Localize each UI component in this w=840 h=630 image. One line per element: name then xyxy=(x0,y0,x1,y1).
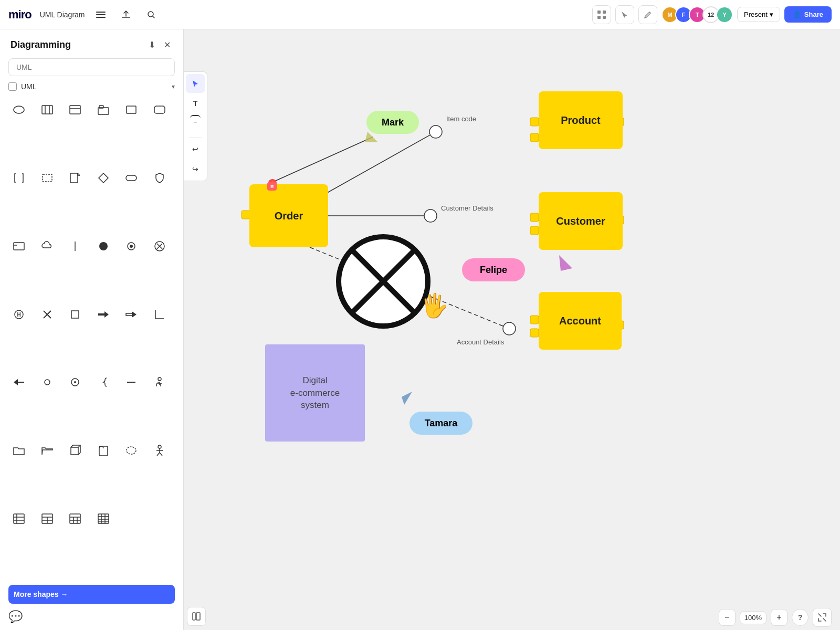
svg-rect-88 xyxy=(530,213,539,222)
product-node[interactable]: Product xyxy=(539,91,623,149)
shape-rect-lined[interactable] xyxy=(65,99,86,120)
shape-cloud[interactable] xyxy=(37,236,58,257)
shape-arrow-right[interactable] xyxy=(93,304,114,325)
shape-h-node[interactable]: H xyxy=(8,304,29,325)
shape-rect-outline[interactable] xyxy=(121,99,142,120)
select-tool-button[interactable] xyxy=(615,5,634,24)
shape-rect-3d[interactable] xyxy=(65,440,86,461)
pointer-tool[interactable] xyxy=(186,74,205,93)
canvas[interactable]: T ‾ ↩ ↪ Item code Customer Details Accou… xyxy=(184,29,840,630)
digital-ecommerce-sticky[interactable]: Digitale-commercesystem xyxy=(265,344,365,442)
svg-rect-0 xyxy=(96,12,106,13)
share-button[interactable]: 👤 Share xyxy=(784,6,832,23)
shape-list[interactable] xyxy=(8,508,29,529)
redo-button[interactable]: ↪ xyxy=(186,160,205,178)
uml-checkbox[interactable] xyxy=(8,82,17,91)
shape-dashed-rect[interactable] xyxy=(37,167,58,188)
close-sidebar-button[interactable]: ✕ xyxy=(162,38,173,52)
grid-view-button[interactable] xyxy=(592,5,611,24)
customer-node[interactable]: Customer xyxy=(539,192,623,250)
shape-note[interactable] xyxy=(65,167,86,188)
search-button[interactable] xyxy=(142,5,161,24)
zoom-in-button[interactable]: + xyxy=(771,609,788,626)
sidebar-header-icons: ⬇ ✕ xyxy=(146,38,173,52)
shape-tab[interactable] xyxy=(93,99,114,120)
shape-circle-outline[interactable] xyxy=(121,236,142,257)
svg-point-38 xyxy=(74,381,76,383)
felipe-label[interactable]: Felipe xyxy=(462,258,525,281)
download-button[interactable]: ⬇ xyxy=(146,38,158,52)
svg-line-51 xyxy=(157,453,160,456)
zoom-level-display[interactable]: 100% xyxy=(740,611,766,624)
panel-toggle-button[interactable] xyxy=(187,607,206,626)
mark-text: Mark xyxy=(382,117,404,128)
shape-small-circle[interactable] xyxy=(37,372,58,393)
topbar-right: M F T 12 Y Present ▾ 👤 Share xyxy=(592,5,832,24)
shape-stadium[interactable] xyxy=(121,167,142,188)
tamara-label[interactable]: Tamara xyxy=(410,412,472,435)
svg-rect-98 xyxy=(193,613,195,620)
svg-line-96 xyxy=(352,250,415,313)
zoom-out-button[interactable]: − xyxy=(719,609,736,626)
order-node[interactable]: Order 3 ≡ xyxy=(249,184,328,247)
svg-point-40 xyxy=(158,377,161,381)
shape-small-rect[interactable] xyxy=(65,304,86,325)
shape-corner[interactable] xyxy=(149,304,170,325)
undo-button[interactable]: ↩ xyxy=(186,140,205,159)
shape-dashed-oval[interactable] xyxy=(121,440,142,461)
shape-filled-circle[interactable] xyxy=(93,236,114,257)
uml-chevron-icon[interactable]: ▾ xyxy=(172,83,175,90)
shape-scroll[interactable] xyxy=(93,440,114,461)
shape-ellipse[interactable] xyxy=(8,99,29,120)
expand-button[interactable] xyxy=(813,608,832,627)
shape-brace[interactable] xyxy=(93,372,114,393)
prohibition-icon xyxy=(336,234,430,329)
svg-rect-17 xyxy=(154,106,165,113)
account-node[interactable]: Account xyxy=(539,292,622,350)
sidebar-header: Diagramming ⬇ ✕ xyxy=(0,29,183,58)
menu-button[interactable] xyxy=(91,5,110,24)
feedback-button[interactable]: 💬 xyxy=(0,610,183,630)
shapes-grid: H xyxy=(0,95,183,579)
shape-table-3[interactable] xyxy=(65,508,86,529)
shape-x-mark[interactable] xyxy=(37,304,58,325)
present-button[interactable]: Present ▾ xyxy=(737,7,780,22)
hand-cursor-icon: 🖐 xyxy=(420,292,449,319)
more-shapes-button[interactable]: More shapes → xyxy=(8,585,175,604)
shape-arrow-left[interactable] xyxy=(8,372,29,393)
svg-text:Customer Details: Customer Details xyxy=(441,204,494,212)
shape-table-full[interactable] xyxy=(93,508,114,529)
shape-dash[interactable] xyxy=(121,372,142,393)
upload-button[interactable] xyxy=(117,5,135,24)
uml-label: UML xyxy=(21,82,167,91)
shape-actor[interactable] xyxy=(149,440,170,461)
order-label: Order xyxy=(275,210,303,222)
shape-line[interactable] xyxy=(65,236,86,257)
customer-label: Customer xyxy=(556,215,605,227)
shape-person[interactable] xyxy=(149,372,170,393)
shape-folder-open[interactable] xyxy=(37,440,58,461)
pen-tool-button[interactable] xyxy=(638,5,657,24)
shape-table-2[interactable] xyxy=(37,508,58,529)
shape-rect-split[interactable] xyxy=(37,99,58,120)
mark-label[interactable]: Mark xyxy=(366,111,419,134)
collaborator-avatars[interactable]: M F T 12 Y xyxy=(662,6,733,23)
shape-rounded-rect[interactable] xyxy=(149,99,170,120)
shape-arrow-filled[interactable] xyxy=(121,304,142,325)
help-button[interactable]: ? xyxy=(792,609,808,626)
search-input[interactable] xyxy=(8,58,175,76)
board-title[interactable]: UML Diagram xyxy=(40,10,85,19)
shape-shield[interactable] xyxy=(149,167,170,188)
line-tool[interactable]: ‾ xyxy=(190,115,201,134)
shape-bracket[interactable] xyxy=(8,167,29,188)
text-tool[interactable]: T xyxy=(186,94,205,113)
svg-rect-43 xyxy=(71,447,78,455)
shape-diamond[interactable] xyxy=(93,167,114,188)
shape-alt-rect[interactable] xyxy=(8,236,29,257)
svg-rect-92 xyxy=(530,329,539,337)
shape-circle-dot[interactable] xyxy=(65,372,86,393)
svg-point-79 xyxy=(503,322,516,335)
shape-x-circle[interactable] xyxy=(149,236,170,257)
shape-folder[interactable] xyxy=(8,440,29,461)
svg-rect-12 xyxy=(70,106,80,114)
